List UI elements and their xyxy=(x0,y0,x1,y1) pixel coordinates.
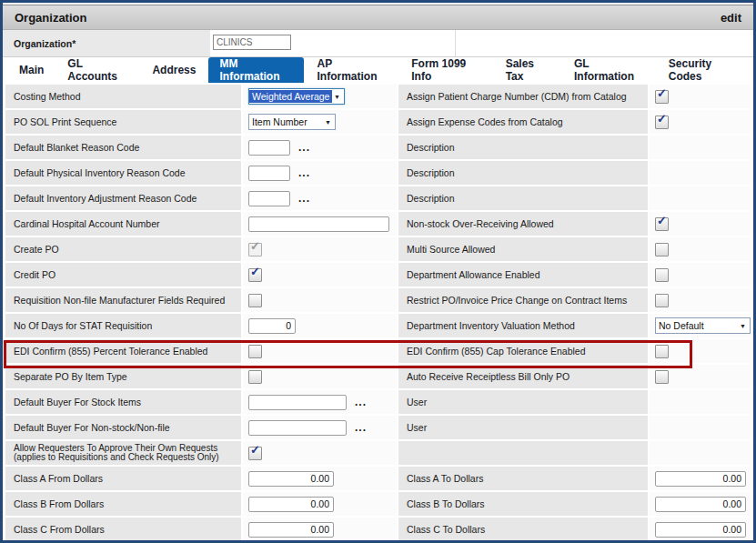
edit-link[interactable]: edit xyxy=(721,11,741,25)
field-value-cell xyxy=(650,161,751,185)
chevron-down-icon[interactable]: ▼ xyxy=(334,94,340,100)
department-allowance-enabled-checkbox[interactable] xyxy=(655,268,669,282)
department-inventory-valuation-method-select[interactable]: No Default▼ xyxy=(655,317,751,334)
checkmark-icon: ✓ xyxy=(657,113,667,125)
field-label: Non-stock Over-Receiving Allowed xyxy=(398,212,648,236)
field-label-line2: (applies to Requisitions and Check Reque… xyxy=(14,453,219,462)
default-buyer-for-stock-items-input[interactable] xyxy=(248,395,347,410)
field-value-cell: ✓ xyxy=(243,263,397,287)
requisition-non-file-manufacturer-fields-r-checkbox[interactable] xyxy=(248,294,262,307)
form-row: Default Physical Inventory Reason Code..… xyxy=(5,161,751,185)
class-a-to-dollars-input[interactable] xyxy=(655,471,746,487)
default-buyer-for-non-stock-non-file-input[interactable] xyxy=(248,420,347,436)
auto-receive-receiptless-bill-only-po-checkbox[interactable] xyxy=(655,370,669,384)
field-label: Credit PO xyxy=(5,263,241,287)
field-value-cell xyxy=(243,492,397,516)
default-physical-inventory-reason-code-lookup-button[interactable]: ... xyxy=(298,166,310,179)
tab-ap-information[interactable]: AP Information xyxy=(306,57,398,83)
multi-source-allowed-checkbox[interactable] xyxy=(655,243,669,256)
tab-mm-information[interactable]: MM Information xyxy=(208,57,304,83)
field-value-cell: No Default▼ xyxy=(650,314,751,337)
field-label: Assign Patient Charge Number (CDM) from … xyxy=(398,85,648,108)
form-row: PO SOL Print SequenceItem Number▼Assign … xyxy=(5,110,751,134)
field-label: Allow Requesters To Approve Their Own Re… xyxy=(5,441,241,465)
tab-gl-accounts[interactable]: GL Accounts xyxy=(56,57,139,83)
field-label: Create PO xyxy=(5,237,241,261)
form-row: Default Buyer For Non-stock/Non-file...U… xyxy=(5,416,751,439)
tab-gl-information[interactable]: GL Information xyxy=(563,57,656,83)
chevron-down-icon[interactable]: ▼ xyxy=(325,119,331,126)
class-b-to-dollars-input[interactable] xyxy=(655,497,746,512)
edi-confirm-855-percent-tolerance-enabled-checkbox[interactable] xyxy=(248,345,262,358)
restrict-po-invoice-price-change-on-contra-checkbox[interactable] xyxy=(655,294,669,307)
field-label: Department Allowance Enabled xyxy=(398,263,648,287)
default-buyer-for-non-stock-non-file-lookup-button[interactable]: ... xyxy=(355,421,367,434)
form-row: Costing MethodWeighted Average▼Assign Pa… xyxy=(5,85,751,108)
assign-expense-codes-from-catalog-checkbox[interactable]: ✓ xyxy=(655,116,669,129)
class-a-from-dollars-input[interactable] xyxy=(248,471,334,487)
field-label: PO SOL Print Sequence xyxy=(5,110,241,134)
field-value-cell: Weighted Average▼ xyxy=(243,85,397,108)
field-value-cell xyxy=(243,467,397,490)
form-row: Allow Requesters To Approve Their Own Re… xyxy=(5,441,751,465)
field-value-cell: ✓ xyxy=(243,441,397,465)
field-value-cell: Item Number▼ xyxy=(243,110,397,134)
field-label: Costing Method xyxy=(5,85,241,108)
default-blanket-reason-code-input[interactable] xyxy=(248,140,290,156)
default-physical-inventory-reason-code-input[interactable] xyxy=(248,166,290,181)
selected-value: Weighted Average xyxy=(249,90,332,103)
field-label: Default Buyer For Non-stock/Non-file xyxy=(5,416,241,439)
field-value-cell xyxy=(243,212,397,236)
organization-field-label: Organization* xyxy=(3,30,210,56)
cardinal-hospital-account-number-input[interactable] xyxy=(248,216,389,232)
chevron-down-icon[interactable]: ▼ xyxy=(740,323,746,329)
field-value-cell xyxy=(650,186,751,210)
non-stock-over-receiving-allowed-checkbox[interactable]: ✓ xyxy=(655,217,669,231)
field-label: Class C To Dollars xyxy=(398,518,648,541)
default-blanket-reason-code-lookup-button[interactable]: ... xyxy=(298,141,310,154)
field-value-cell xyxy=(243,288,397,312)
form-row: Default Buyer For Stock Items...User xyxy=(5,390,751,414)
field-label: No Of Days for STAT Requisition xyxy=(5,314,241,337)
default-inventory-adjustment-reason-code-input[interactable] xyxy=(248,191,290,206)
tab-sales-tax[interactable]: Sales Tax xyxy=(495,57,561,83)
field-value-cell: ✓ xyxy=(650,110,751,134)
field-value-cell xyxy=(650,136,751,159)
tab-security-codes[interactable]: Security Codes xyxy=(658,57,751,83)
field-label: Default Buyer For Stock Items xyxy=(5,390,241,414)
field-value-cell xyxy=(650,518,751,541)
selected-value: No Default xyxy=(656,319,707,332)
tab-main[interactable]: Main xyxy=(8,57,55,83)
field-label xyxy=(398,441,648,465)
allow-requesters-to-approve-their-own-requ-checkbox[interactable]: ✓ xyxy=(248,447,262,460)
organization-input[interactable] xyxy=(213,35,291,50)
field-value-cell: ... xyxy=(243,416,397,439)
default-buyer-for-stock-items-lookup-button[interactable]: ... xyxy=(355,396,367,408)
field-label: Class A To Dollars xyxy=(398,467,648,490)
field-label: EDI Confirm (855) Cap Tolerance Enabled xyxy=(398,339,648,363)
field-label: User xyxy=(398,416,648,439)
class-c-from-dollars-input[interactable] xyxy=(248,522,334,538)
no-of-days-for-stat-requisition-input[interactable] xyxy=(248,318,296,334)
field-label: Class B To Dollars xyxy=(398,492,648,516)
po-sol-print-sequence-select[interactable]: Item Number▼ xyxy=(248,114,336,130)
assign-patient-charge-number-cdm-from-cata-checkbox[interactable]: ✓ xyxy=(655,90,669,104)
edi-confirm-855-cap-tolerance-enabled-checkbox[interactable] xyxy=(655,345,669,358)
field-value-cell: ✓ xyxy=(243,237,397,261)
costing-method-select[interactable]: Weighted Average▼ xyxy=(248,88,345,105)
field-value-cell: ✓ xyxy=(650,212,751,236)
field-label: Class B From Dollars xyxy=(5,492,241,516)
field-value-cell: ✓ xyxy=(650,85,751,108)
tab-address[interactable]: Address xyxy=(141,57,207,83)
field-value-cell xyxy=(243,314,397,337)
field-value-cell xyxy=(650,365,751,388)
separate-po-by-item-type-checkbox[interactable] xyxy=(248,370,262,384)
class-c-to-dollars-input[interactable] xyxy=(655,522,746,538)
credit-po-checkbox[interactable]: ✓ xyxy=(248,268,262,282)
field-label: Assign Expense Codes from Catalog xyxy=(398,110,648,134)
tab-form-1099-info[interactable]: Form 1099 Info xyxy=(400,57,492,83)
default-inventory-adjustment-reason-code-lookup-button[interactable]: ... xyxy=(298,192,310,205)
checkmark-icon: ✓ xyxy=(657,215,667,226)
field-label: Requisition Non-file Manufacturer Fields… xyxy=(5,288,241,312)
class-b-from-dollars-input[interactable] xyxy=(248,497,334,512)
